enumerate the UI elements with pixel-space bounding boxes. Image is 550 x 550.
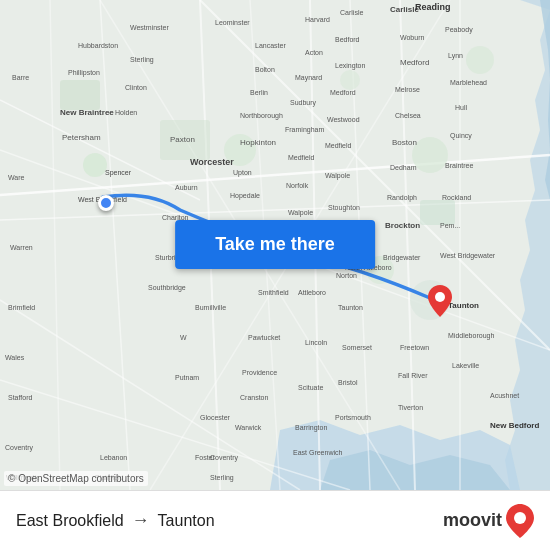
svg-text:Scituate: Scituate xyxy=(298,384,323,391)
svg-text:Medford: Medford xyxy=(400,58,429,67)
svg-text:Sterling: Sterling xyxy=(210,474,234,482)
svg-text:W: W xyxy=(180,334,187,341)
svg-point-135 xyxy=(514,512,526,524)
svg-text:Carlisle: Carlisle xyxy=(340,9,363,16)
take-me-there-button[interactable]: Take me there xyxy=(175,220,375,269)
svg-text:Taunton: Taunton xyxy=(448,301,479,310)
svg-text:Bedford: Bedford xyxy=(335,36,360,43)
svg-text:Warren: Warren xyxy=(10,244,33,251)
svg-text:Portsmouth: Portsmouth xyxy=(335,414,371,421)
svg-text:Reading: Reading xyxy=(415,2,451,12)
svg-text:Leominster: Leominster xyxy=(215,19,250,26)
svg-text:Stoughton: Stoughton xyxy=(328,204,360,212)
svg-text:Tiverton: Tiverton xyxy=(398,404,423,411)
svg-text:Boston: Boston xyxy=(392,138,417,147)
moovit-pin-icon xyxy=(506,504,534,538)
svg-text:Upton: Upton xyxy=(233,169,252,177)
svg-point-18 xyxy=(83,153,107,177)
svg-text:Brockton: Brockton xyxy=(385,221,420,230)
svg-text:Lebanon: Lebanon xyxy=(100,454,127,461)
svg-point-20 xyxy=(466,46,494,74)
svg-text:Petersham: Petersham xyxy=(62,133,101,142)
map-container: Petersham Barre Ware Warren Brimfield Wa… xyxy=(0,0,550,490)
svg-text:Smithfield: Smithfield xyxy=(258,289,289,296)
arrow-icon: → xyxy=(132,510,150,531)
map-attribution: © OpenStreetMap contributors xyxy=(4,471,148,486)
origin-label: East Brookfield xyxy=(16,512,124,530)
svg-text:Wales: Wales xyxy=(5,354,25,361)
svg-text:Acton: Acton xyxy=(305,49,323,56)
svg-text:Medfield: Medfield xyxy=(288,154,315,161)
svg-text:Walpole: Walpole xyxy=(325,172,350,180)
svg-text:Acushnet: Acushnet xyxy=(490,392,519,399)
destination-marker xyxy=(428,285,452,317)
svg-point-134 xyxy=(435,292,445,302)
moovit-text: moovit xyxy=(443,510,502,531)
svg-rect-26 xyxy=(60,80,100,110)
svg-text:Southbridge: Southbridge xyxy=(148,284,186,292)
svg-text:Medford: Medford xyxy=(330,89,356,96)
svg-text:Norfolk: Norfolk xyxy=(286,182,309,189)
svg-text:Peabody: Peabody xyxy=(445,26,473,34)
bottom-bar: East Brookfield → Taunton moovit xyxy=(0,490,550,550)
svg-text:Hopkinton: Hopkinton xyxy=(240,138,276,147)
svg-text:Middleborough: Middleborough xyxy=(448,332,494,340)
svg-text:Westminster: Westminster xyxy=(130,24,169,31)
svg-text:Holden: Holden xyxy=(115,109,137,116)
svg-text:Phillipston: Phillipston xyxy=(68,69,100,77)
svg-text:Sterling: Sterling xyxy=(130,56,154,64)
svg-text:Pawtucket: Pawtucket xyxy=(248,334,280,341)
svg-text:Stafford: Stafford xyxy=(8,394,32,401)
route-info: East Brookfield → Taunton xyxy=(16,510,215,531)
svg-text:Sudbury: Sudbury xyxy=(290,99,317,107)
svg-text:Lynn: Lynn xyxy=(448,52,463,60)
svg-text:West Bridgewater: West Bridgewater xyxy=(440,252,496,260)
svg-text:Norton: Norton xyxy=(336,272,357,279)
svg-text:Melrose: Melrose xyxy=(395,86,420,93)
svg-text:Dedham: Dedham xyxy=(390,164,417,171)
svg-text:Berlin: Berlin xyxy=(250,89,268,96)
svg-text:Westwood: Westwood xyxy=(327,116,360,123)
svg-text:Lincoln: Lincoln xyxy=(305,339,327,346)
svg-text:Worcester: Worcester xyxy=(190,157,234,167)
moovit-logo[interactable]: moovit xyxy=(443,504,534,538)
svg-text:Randolph: Randolph xyxy=(387,194,417,202)
svg-text:Quincy: Quincy xyxy=(450,132,472,140)
origin-marker xyxy=(98,195,114,211)
svg-text:Glocester: Glocester xyxy=(200,414,231,421)
svg-text:Clinton: Clinton xyxy=(125,84,147,91)
svg-text:Putnam: Putnam xyxy=(175,374,199,381)
svg-text:Medfield: Medfield xyxy=(325,142,352,149)
svg-text:Warwick: Warwick xyxy=(235,424,262,431)
svg-text:Providence: Providence xyxy=(242,369,277,376)
svg-text:Hopedale: Hopedale xyxy=(230,192,260,200)
svg-text:Cranston: Cranston xyxy=(240,394,269,401)
destination-label: Taunton xyxy=(158,512,215,530)
svg-text:Braintree: Braintree xyxy=(445,162,474,169)
svg-text:Bolton: Bolton xyxy=(255,66,275,73)
svg-text:Lakeville: Lakeville xyxy=(452,362,479,369)
svg-text:Hubbardston: Hubbardston xyxy=(78,42,118,49)
svg-text:Lexington: Lexington xyxy=(335,62,365,70)
svg-text:Framingham: Framingham xyxy=(285,126,324,134)
svg-text:Lancaster: Lancaster xyxy=(255,42,286,49)
svg-text:Chelsea: Chelsea xyxy=(395,112,421,119)
svg-text:New Bedford: New Bedford xyxy=(490,421,539,430)
svg-text:Somerset: Somerset xyxy=(342,344,372,351)
svg-text:Walpole: Walpole xyxy=(288,209,313,217)
svg-text:Barre: Barre xyxy=(12,74,29,81)
svg-text:Bumillville: Bumillville xyxy=(195,304,226,311)
svg-text:Rockland: Rockland xyxy=(442,194,471,201)
svg-text:Coventry: Coventry xyxy=(210,454,239,462)
svg-point-19 xyxy=(412,137,448,173)
svg-text:Harvard: Harvard xyxy=(305,16,330,23)
svg-text:Barrington: Barrington xyxy=(295,424,327,432)
svg-text:Brimfield: Brimfield xyxy=(8,304,35,311)
svg-text:Pem...: Pem... xyxy=(440,222,460,229)
svg-text:Taunton: Taunton xyxy=(338,304,363,311)
svg-text:Fall River: Fall River xyxy=(398,372,428,379)
svg-text:Spencer: Spencer xyxy=(105,169,132,177)
svg-text:East Greenwich: East Greenwich xyxy=(293,449,343,456)
svg-text:Coventry: Coventry xyxy=(5,444,34,452)
svg-text:Marblehead: Marblehead xyxy=(450,79,487,86)
